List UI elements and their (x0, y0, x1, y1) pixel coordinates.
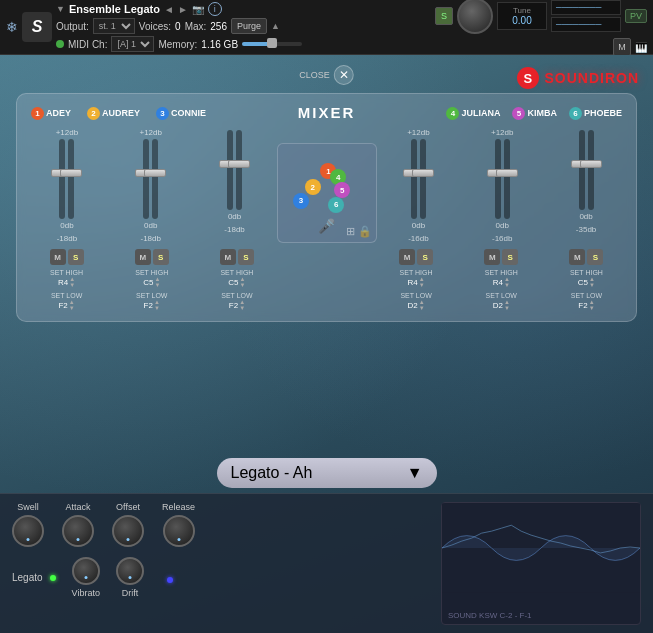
right-set-high: SET HIGH R4 ▲▼ SET HIGH R4 ▲▼ SET HIGH (379, 269, 625, 288)
swell-knob[interactable] (12, 515, 44, 547)
main-area: S SOUNDIRON CLOSE ✕ 1 ADEY 2 AUDREY 3 (0, 55, 653, 633)
fader-handle-5b[interactable] (496, 169, 518, 177)
spatial-dot-5[interactable]: 5 (334, 182, 350, 198)
set-low-arrows-2[interactable]: ▲▼ (154, 299, 160, 311)
fader-track-3a[interactable] (227, 130, 233, 210)
nav-left[interactable]: ◄ (164, 4, 174, 15)
mute-btn-6[interactable]: M (569, 249, 585, 265)
set-arrows-2[interactable]: ▲▼ (154, 276, 160, 288)
set-high-val-4: R4 ▲▼ (407, 276, 424, 288)
set-low-arrows-1[interactable]: ▲▼ (69, 299, 75, 311)
mute-btn-5[interactable]: M (484, 249, 500, 265)
fader-track-5b[interactable] (504, 139, 510, 219)
set-arrows-1[interactable]: ▲▼ (69, 276, 75, 288)
solo-btn-1[interactable]: S (68, 249, 84, 265)
set-low-arrows-4[interactable]: ▲▼ (419, 299, 425, 311)
bottom-controls: Swell Attack Offset (0, 493, 653, 633)
tune-knob[interactable] (457, 0, 493, 34)
drift-knob[interactable] (116, 557, 144, 585)
fader-0db-2: 0db (144, 221, 157, 230)
mute-btn-2[interactable]: M (135, 249, 151, 265)
fader-track-4a[interactable] (411, 139, 417, 219)
mute-btn-4[interactable]: M (399, 249, 415, 265)
ch-name-4: JULIANA (461, 108, 500, 118)
grid-icon[interactable]: ⊞ (346, 225, 355, 238)
solo-btn-5[interactable]: S (502, 249, 518, 265)
soundiron-text: SOUNDIRON (544, 70, 639, 86)
ch-label-4: 4 JULIANA (444, 107, 502, 120)
spatial-dot-3[interactable]: 3 (293, 193, 309, 209)
attack-knob[interactable] (62, 515, 94, 547)
set-high-6: SET HIGH C5 ▲▼ (549, 269, 624, 288)
fader-handle-2b[interactable] (144, 169, 166, 177)
fader-track-5a[interactable] (495, 139, 501, 219)
nav-right[interactable]: ► (178, 4, 188, 15)
fader-track-4b[interactable] (420, 139, 426, 219)
ch-num-2: 2 (87, 107, 100, 120)
set-low-val-5: D2 ▲▼ (493, 299, 510, 311)
fader-track-1b[interactable] (68, 139, 74, 219)
ch-name-6: PHOEBE (584, 108, 622, 118)
fader-track-6a[interactable] (579, 130, 585, 210)
mute-btn-3[interactable]: M (220, 249, 236, 265)
set-arrows-3[interactable]: ▲▼ (240, 276, 246, 288)
lock-icon[interactable]: 🔒 (358, 225, 372, 238)
drift-led (167, 577, 173, 583)
fader-track-3b[interactable] (236, 130, 242, 210)
fader-track-2b[interactable] (152, 139, 158, 219)
spatial-dot-2[interactable]: 2 (305, 179, 321, 195)
attack-dot (77, 538, 80, 541)
fader-handle-4b[interactable] (412, 169, 434, 177)
ms-group-5: M S (464, 249, 539, 265)
set-arrows-4[interactable]: ▲▼ (419, 276, 425, 288)
fader-bot-1: -18db (57, 234, 77, 243)
offset-knob[interactable] (112, 515, 144, 547)
solo-btn-6[interactable]: S (587, 249, 603, 265)
vibrato-knob[interactable] (72, 557, 100, 585)
purge-button[interactable]: Purge (231, 18, 267, 34)
fader-db-top-1: +12db (56, 128, 78, 137)
fader-db-top-5: +12db (491, 128, 513, 137)
solo-btn-4[interactable]: S (417, 249, 433, 265)
close-button[interactable]: CLOSE ✕ (299, 65, 354, 85)
vibrato-knob-item: Vibrato (72, 557, 100, 598)
fader-ch6: 0db -35db (548, 128, 624, 243)
set-arrows-6[interactable]: ▲▼ (589, 276, 595, 288)
close-label: CLOSE (299, 70, 330, 80)
midi-label: MIDI Ch: (68, 39, 107, 50)
set-low-arrows-6[interactable]: ▲▼ (589, 299, 595, 311)
release-knob[interactable] (163, 515, 195, 547)
right-ms: M S M S M S (379, 249, 625, 265)
set-low-arrows-3[interactable]: ▲▼ (239, 299, 245, 311)
ms-group-4: M S (379, 249, 454, 265)
vibrato-dot (84, 576, 87, 579)
midi-select[interactable]: [A] 1 (111, 36, 154, 52)
pv-button[interactable]: PV (625, 9, 647, 23)
legato-toggle[interactable]: Legato (12, 572, 56, 583)
fader-track-6b[interactable] (588, 130, 594, 210)
top-bar-row-3: MIDI Ch: [A] 1 Memory: 1.16 GB (56, 36, 431, 52)
tune-display: Tune 0.00 (497, 2, 547, 30)
ms-group-2: M S (114, 249, 189, 265)
fader-spatial-row: +12db 0db -18db +12db (29, 128, 624, 243)
attack-knob-item: Attack (62, 502, 94, 547)
fader-handle-6b[interactable] (580, 160, 602, 168)
fader-handle-1b[interactable] (60, 169, 82, 177)
ch-name-2: AUDREY (102, 108, 140, 118)
fader-db-top-4: +12db (407, 128, 429, 137)
set-arrows-5[interactable]: ▲▼ (504, 276, 510, 288)
set-low-arrows-5[interactable]: ▲▼ (504, 299, 510, 311)
fader-track-1a[interactable] (59, 139, 65, 219)
articulation-dropdown[interactable]: Legato - Ah ▼ (217, 458, 437, 488)
s-button[interactable]: S (435, 7, 453, 25)
m-button[interactable]: M (613, 38, 631, 56)
fader-track-2a[interactable] (143, 139, 149, 219)
set-low-4: SET LOW D2 ▲▼ (379, 292, 454, 311)
solo-btn-2[interactable]: S (153, 249, 169, 265)
spatial-dot-6[interactable]: 6 (328, 197, 344, 213)
fader-handle-3b[interactable] (228, 160, 250, 168)
solo-btn-3[interactable]: S (238, 249, 254, 265)
mute-btn-1[interactable]: M (50, 249, 66, 265)
output-select[interactable]: st. 1 (93, 18, 135, 34)
fader-0db-5: 0db (496, 221, 509, 230)
